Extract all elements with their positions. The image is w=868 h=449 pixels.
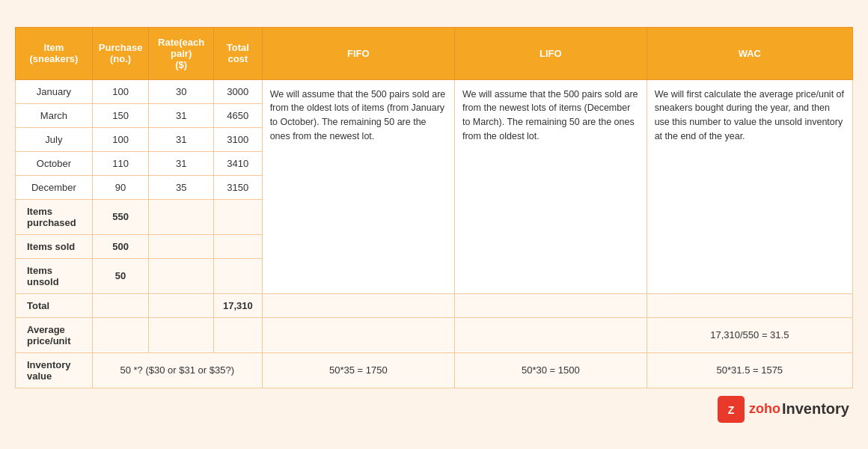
avg-total-empty — [213, 317, 262, 352]
total-wac-empty — [647, 293, 852, 317]
cell-rate: 35 — [149, 175, 214, 199]
avg-wac-value: 17,310/550 = 31.5 — [647, 317, 852, 352]
cell-rate: 31 — [149, 151, 214, 175]
total-label: Total — [16, 293, 93, 317]
avg-price-row: Average price/unit17,310/550 = 31.5 — [16, 317, 853, 352]
cell-item: December — [16, 175, 93, 199]
summary-value: 500 — [92, 234, 149, 258]
summary-value: 550 — [92, 199, 149, 234]
inventory-wac-value: 50*31.5 = 1575 — [647, 352, 852, 388]
cell-total-cost: 4650 — [213, 103, 262, 127]
cell-wac-desc: We will first calculate the average pric… — [647, 79, 852, 293]
cell-total-cost: 3410 — [213, 151, 262, 175]
header-purchase: Purchase(no.) — [92, 27, 149, 79]
summary-label: Items purchased — [16, 199, 93, 234]
cell-purchase: 110 — [92, 151, 149, 175]
summary-value: 50 — [92, 258, 149, 293]
header-fifo: FIFO — [262, 27, 454, 79]
avg-lifo-empty — [454, 317, 647, 352]
svg-text:Z: Z — [728, 403, 735, 415]
header-rate: Rate(each pair)($) — [149, 27, 214, 79]
total-fifo-empty — [262, 293, 454, 317]
avg-label: Average price/unit — [16, 317, 93, 352]
cell-fifo-desc: We will assume that the 500 pairs sold a… — [262, 79, 454, 293]
cell-purchase: 100 — [92, 79, 149, 103]
total-purchase-empty — [92, 293, 149, 317]
cell-item: July — [16, 127, 93, 151]
cell-rate: 30 — [149, 79, 214, 103]
cell-lifo-desc: We will assume that the 500 pairs sold a… — [454, 79, 647, 293]
brand-inventory: Inventory — [782, 400, 849, 418]
summary-total-empty — [213, 258, 262, 293]
summary-label: Items unsold — [16, 258, 93, 293]
total-row: Total17,310 — [16, 293, 853, 317]
summary-rate-empty — [149, 258, 214, 293]
summary-total-empty — [213, 234, 262, 258]
header-wac: WAC — [647, 27, 852, 79]
cell-rate: 31 — [149, 127, 214, 151]
cell-total-cost: 3000 — [213, 79, 262, 103]
footer: Z zoho Inventory — [15, 396, 853, 423]
header-total-cost: Total cost — [213, 27, 262, 79]
inventory-label: Inventory value — [16, 352, 93, 388]
summary-label: Items sold — [16, 234, 93, 258]
cell-total-cost: 3150 — [213, 175, 262, 199]
cell-purchase: 150 — [92, 103, 149, 127]
cell-purchase: 100 — [92, 127, 149, 151]
total-lifo-empty — [454, 293, 647, 317]
cell-purchase: 90 — [92, 175, 149, 199]
table-row: January100303000We will assume that the … — [16, 79, 853, 103]
inventory-purchase-value: 50 *? ($30 or $31 or $35?) — [92, 352, 262, 388]
logo-icon: Z — [718, 396, 745, 423]
avg-rate-empty — [149, 317, 214, 352]
cell-item: January — [16, 79, 93, 103]
inventory-table: Item(sneakers) Purchase(no.) Rate(each p… — [15, 27, 853, 388]
cell-item: March — [16, 103, 93, 127]
cell-item: October — [16, 151, 93, 175]
inventory-fifo-value: 50*35 = 1750 — [262, 352, 454, 388]
avg-purchase-empty — [92, 317, 149, 352]
summary-rate-empty — [149, 199, 214, 234]
inventory-value-row: Inventory value50 *? ($30 or $31 or $35?… — [16, 352, 853, 388]
cell-total-cost: 3100 — [213, 127, 262, 151]
total-cost-value: 17,310 — [213, 293, 262, 317]
summary-total-empty — [213, 199, 262, 234]
cell-rate: 31 — [149, 103, 214, 127]
summary-rate-empty — [149, 234, 214, 258]
avg-fifo-empty — [262, 317, 454, 352]
page-wrapper: Item(sneakers) Purchase(no.) Rate(each p… — [15, 27, 853, 423]
header-item: Item(sneakers) — [16, 27, 93, 79]
brand-zoho: zoho — [749, 401, 780, 417]
inventory-lifo-value: 50*30 = 1500 — [454, 352, 647, 388]
header-lifo: LIFO — [454, 27, 647, 79]
total-rate-empty — [149, 293, 214, 317]
